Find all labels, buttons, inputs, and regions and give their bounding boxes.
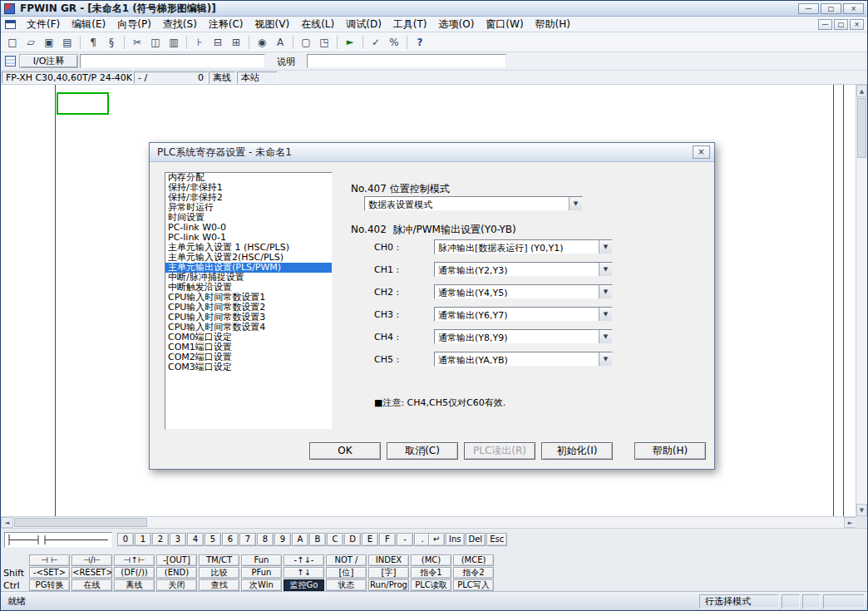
ch3-select[interactable]: 通常输出(Y6,Y7)▼ <box>434 307 613 322</box>
fn-button[interactable]: Run/Prog <box>368 579 409 591</box>
io-comment-input[interactable] <box>80 54 265 68</box>
scroll-right-button[interactable]: ► <box>844 517 856 528</box>
grid-view-icon[interactable]: ⊞ <box>228 34 244 51</box>
fn-button[interactable]: 离线 <box>114 579 155 591</box>
fn-button[interactable]: [位] <box>326 567 367 579</box>
fn-button[interactable]: -<SET> <box>29 567 70 579</box>
fn-button[interactable]: NOT / <box>326 554 367 566</box>
ok-button[interactable]: OK <box>309 442 381 460</box>
fn-button[interactable]: [字] <box>368 567 409 579</box>
minimize-button[interactable]: — <box>798 3 819 14</box>
menu-item[interactable]: 视图(V) <box>249 16 296 33</box>
chevron-down-icon[interactable]: ▼ <box>599 285 612 298</box>
help-button[interactable]: 帮助(H) <box>634 442 706 460</box>
chevron-down-icon[interactable]: ▼ <box>599 330 612 343</box>
fn-button[interactable]: 监控Go <box>284 579 324 591</box>
cancel-button[interactable]: 取消(C) <box>387 442 458 460</box>
io-comment-icon[interactable]: ¶ <box>85 34 101 51</box>
comment-font-icon[interactable]: A <box>272 34 289 51</box>
horizontal-scroll-thumb[interactable] <box>14 518 147 527</box>
scroll-down-button[interactable]: ▼ <box>856 504 867 516</box>
fn-button[interactable]: (END) <box>156 567 197 579</box>
fn-button[interactable]: (MC) <box>411 554 451 566</box>
fn-button[interactable]: PFun <box>241 567 282 579</box>
ch4-select[interactable]: 通常输出(Y8,Y9)▼ <box>434 329 613 344</box>
key-A[interactable]: A <box>292 533 308 546</box>
list-item[interactable]: COM3端口设定 <box>165 362 332 372</box>
mdi-restore-button[interactable]: □ <box>834 19 848 30</box>
maximize-button[interactable]: □ <box>821 3 841 14</box>
fn-button[interactable]: 在线 <box>72 579 112 591</box>
key-E[interactable]: E <box>362 533 378 546</box>
fn-button[interactable]: 查找 <box>199 579 239 591</box>
ch5-select[interactable]: 通常输出(YA,YB)▼ <box>434 352 613 367</box>
open-icon[interactable]: ▱ <box>22 34 39 51</box>
ch2-select[interactable]: 通常输出(Y4,Y5)▼ <box>434 284 613 299</box>
menu-item[interactable]: 在线(L) <box>295 16 340 33</box>
fn-button[interactable]: PLC读取 <box>411 579 451 591</box>
key-F[interactable]: F <box>379 533 396 546</box>
io-comment-button[interactable]: I/O注释 <box>19 54 78 68</box>
menu-item[interactable]: 查找(S) <box>157 16 203 33</box>
fn-button[interactable]: ⊣↑⊢ <box>114 554 155 566</box>
description-input[interactable] <box>307 54 506 68</box>
paste-icon[interactable]: ▥ <box>165 34 182 51</box>
dialog-title-bar[interactable]: PLC系统寄存器设置 - 未命名1 × <box>150 143 714 162</box>
scroll-left-button[interactable]: ◄ <box>1 517 13 528</box>
fn-button[interactable]: (MCE) <box>453 554 494 566</box>
horizontal-scrollbar[interactable]: ◄ ► <box>1 516 856 528</box>
initialize-button[interactable]: 初始化(I) <box>541 442 613 460</box>
menu-item[interactable]: 编辑(E) <box>66 16 111 33</box>
copy-icon[interactable]: ◫ <box>147 34 164 51</box>
new-icon[interactable]: □ <box>4 34 21 51</box>
key-7[interactable]: 7 <box>239 533 256 546</box>
ch1-select[interactable]: 通常输出(Y2,Y3)▼ <box>434 262 613 277</box>
position-mode-select[interactable]: 数据表设置模式▼ <box>364 196 583 211</box>
key--[interactable]: - <box>397 533 413 546</box>
chevron-down-icon[interactable]: ▼ <box>599 240 612 254</box>
vertical-scroll-thumb[interactable] <box>857 98 866 158</box>
close-button[interactable]: × <box>843 3 864 14</box>
fn-button[interactable]: 比较 <box>199 567 239 579</box>
scroll-up-button[interactable]: ▲ <box>856 85 867 97</box>
mdi-minimize-button[interactable]: — <box>818 19 832 30</box>
fn-button[interactable]: INDEX <box>368 554 409 566</box>
ch0-select[interactable]: 脉冲输出[数据表运行] (Y0,Y1)▼ <box>434 239 613 254</box>
register-list[interactable]: 内存分配保持/非保持1保持/非保持2异常时运行时间设置PC-link W0-0P… <box>165 172 333 430</box>
run-mode-icon[interactable]: ► <box>342 34 358 51</box>
key-6[interactable]: 6 <box>222 533 239 546</box>
key-4[interactable]: 4 <box>187 533 204 546</box>
chevron-down-icon[interactable]: ▼ <box>599 308 612 321</box>
fn-button[interactable]: Fun <box>241 554 282 566</box>
percent-icon[interactable]: % <box>386 34 402 51</box>
print-icon[interactable]: ▤ <box>59 34 76 51</box>
fn-button[interactable]: <RESET> <box>72 567 112 579</box>
register-monitor-icon[interactable]: ◳ <box>316 34 333 51</box>
fn-button[interactable]: 状态 <box>326 579 367 591</box>
menu-item[interactable]: 窗口(W) <box>480 16 529 33</box>
menu-item[interactable]: 文件(F) <box>21 16 66 33</box>
delete-key[interactable]: Del <box>466 533 486 546</box>
insert-key[interactable]: Ins <box>446 533 465 546</box>
key-1[interactable]: 1 <box>135 533 151 546</box>
dialog-close-button[interactable]: × <box>693 145 710 159</box>
block-comment-icon[interactable]: § <box>103 34 120 51</box>
fn-button[interactable]: (DF(/)) <box>114 567 155 579</box>
boolean-ladder-icon[interactable]: ⊟ <box>210 34 226 51</box>
mdi-close-button[interactable]: × <box>850 19 864 30</box>
fn-button[interactable]: PLC写入 <box>453 579 494 591</box>
enter-key[interactable]: ↵ <box>428 533 445 546</box>
find-icon[interactable]: ◉ <box>254 34 270 51</box>
fn-button[interactable]: -↑↓- <box>284 554 324 566</box>
vertical-scrollbar[interactable]: ▲ ▼ <box>856 85 867 516</box>
fn-button[interactable]: 次Win <box>241 579 282 591</box>
fn-button[interactable]: 指令1 <box>411 567 451 579</box>
key-8[interactable]: 8 <box>257 533 274 546</box>
key-2[interactable]: 2 <box>152 533 169 546</box>
chevron-down-icon[interactable]: ▼ <box>599 263 612 276</box>
menu-item[interactable]: 帮助(H) <box>530 16 576 33</box>
save-icon[interactable]: ▣ <box>41 34 57 51</box>
symbol-ladder-icon[interactable]: ⊦ <box>191 34 208 51</box>
program-check-icon[interactable]: ✓ <box>367 34 384 51</box>
device-monitor-icon[interactable]: ▢ <box>298 34 314 51</box>
